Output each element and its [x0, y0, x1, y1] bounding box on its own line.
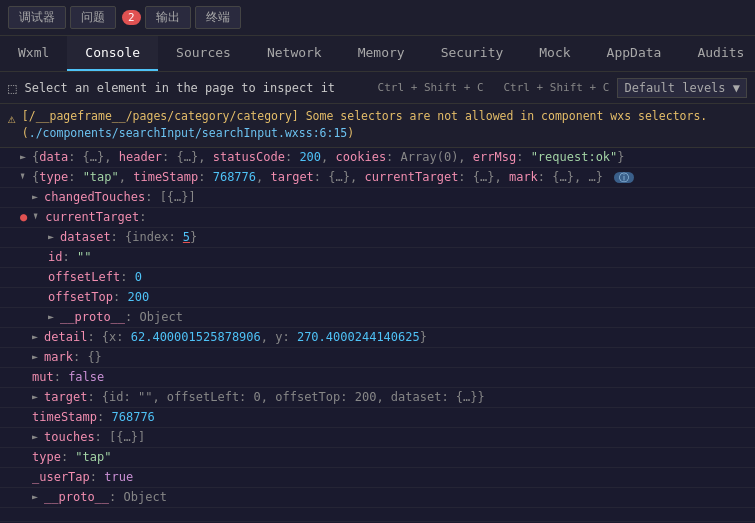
- toolbar-debugger[interactable]: 调试器: [8, 6, 66, 29]
- log-content: offsetTop: 200: [48, 290, 149, 304]
- log-content: changedTouches: [{…}]: [44, 190, 196, 204]
- log-line[interactable]: ► detail: {x: 62.400001525878906, y: 270…: [0, 328, 755, 348]
- console-area[interactable]: ► {data: {…}, header: {…}, statusCode: 2…: [0, 148, 755, 521]
- red-dot-icon: ●: [20, 210, 27, 224]
- log-line[interactable]: ► __proto__: Object: [0, 488, 755, 508]
- log-content: timeStamp: 768776: [32, 410, 155, 424]
- tab-mock[interactable]: Mock: [521, 36, 588, 71]
- default-levels-dropdown[interactable]: Default levels ▼: [617, 78, 747, 98]
- log-line: offsetTop: 200: [0, 288, 755, 308]
- log-line[interactable]: ► mark: {}: [0, 348, 755, 368]
- log-content: mut: false: [32, 370, 104, 384]
- log-line[interactable]: ► dataset: {index: 5}: [0, 228, 755, 248]
- log-content: dataset: {index: 5}: [60, 230, 197, 244]
- filter-shortcuts: Ctrl + Shift + C Ctrl + Shift + C: [378, 81, 610, 94]
- log-line: mut: false: [0, 368, 755, 388]
- cursor-icon: ⬚: [8, 80, 16, 96]
- toolbar-output[interactable]: 输出: [145, 6, 191, 29]
- expand-arrow[interactable]: ►: [32, 331, 38, 342]
- expand-arrow[interactable]: ►: [32, 351, 38, 362]
- log-content: offsetLeft: 0: [48, 270, 142, 284]
- warning-icon: ⚠: [8, 109, 16, 129]
- expand-arrow[interactable]: ►: [48, 231, 54, 242]
- toolbar-issues[interactable]: 问题: [70, 6, 116, 29]
- log-line[interactable]: ► __proto__: Object: [0, 308, 755, 328]
- tab-audits[interactable]: Audits: [679, 36, 755, 71]
- log-content: target: {id: "", offsetLeft: 0, offsetTo…: [44, 390, 485, 404]
- expand-arrow[interactable]: ►: [32, 391, 38, 402]
- toolbar-terminal[interactable]: 终端: [195, 6, 241, 29]
- log-line[interactable]: ► {data: {…}, header: {…}, statusCode: 2…: [0, 148, 755, 168]
- log-line: _userTap: true: [0, 468, 755, 488]
- tab-sources[interactable]: Sources: [158, 36, 249, 71]
- filterbar: ⬚ Select an element in the page to inspe…: [0, 72, 755, 104]
- log-line: type: "tap": [0, 448, 755, 468]
- toolbar: 调试器 问题 2 输出 终端: [0, 0, 755, 36]
- log-content: _userTap: true: [32, 470, 133, 484]
- log-line[interactable]: ● ► currentTarget:: [0, 208, 755, 228]
- log-line: id: "": [0, 248, 755, 268]
- expand-arrow[interactable]: ►: [32, 191, 38, 202]
- expand-arrow[interactable]: ►: [32, 491, 38, 502]
- info-badge: ⓘ: [614, 172, 634, 183]
- filter-label: Select an element in the page to inspect…: [24, 81, 369, 95]
- log-line: offsetLeft: 0: [0, 268, 755, 288]
- log-content: __proto__: Object: [44, 490, 167, 504]
- log-line[interactable]: ► target: {id: "", offsetLeft: 0, offset…: [0, 388, 755, 408]
- expand-arrow[interactable]: ►: [31, 213, 42, 219]
- log-content: detail: {x: 62.400001525878906, y: 270.4…: [44, 330, 427, 344]
- expand-arrow[interactable]: ►: [48, 311, 54, 322]
- log-line[interactable]: ► changedTouches: [{…}]: [0, 188, 755, 208]
- tab-memory[interactable]: Memory: [340, 36, 423, 71]
- tab-network[interactable]: Network: [249, 36, 340, 71]
- issues-badge: 2: [122, 10, 141, 25]
- log-line[interactable]: ► {type: "tap", timeStamp: 768776, targe…: [0, 168, 755, 188]
- expand-arrow[interactable]: ►: [32, 431, 38, 442]
- tab-wxml[interactable]: Wxml: [0, 36, 67, 71]
- log-content: type: "tap": [32, 450, 111, 464]
- log-line[interactable]: ► touches: [{…}]: [0, 428, 755, 448]
- log-content: {data: {…}, header: {…}, statusCode: 200…: [32, 150, 625, 164]
- log-line: timeStamp: 768776: [0, 408, 755, 428]
- log-content: {type: "tap", timeStamp: 768776, target:…: [32, 170, 634, 185]
- warning-path: ./components/searchInput/searchInput.wxs…: [29, 126, 348, 140]
- tab-console[interactable]: Console: [67, 36, 158, 71]
- log-content: id: "": [48, 250, 91, 264]
- warning-text: [/__pageframe__/pages/category/category]…: [22, 108, 747, 143]
- default-levels-label: Default levels ▼: [624, 81, 740, 95]
- log-content: __proto__: Object: [60, 310, 183, 324]
- log-content: mark: {}: [44, 350, 102, 364]
- warning-bar: ⚠ [/__pageframe__/pages/category/categor…: [0, 104, 755, 148]
- log-content: currentTarget:: [45, 210, 146, 224]
- tabbar: Wxml Console Sources Network Memory Secu…: [0, 36, 755, 72]
- expand-arrow[interactable]: ►: [18, 173, 29, 179]
- log-content: touches: [{…}]: [44, 430, 145, 444]
- tab-security[interactable]: Security: [423, 36, 522, 71]
- tab-appdata[interactable]: AppData: [589, 36, 680, 71]
- expand-arrow[interactable]: ►: [20, 151, 26, 162]
